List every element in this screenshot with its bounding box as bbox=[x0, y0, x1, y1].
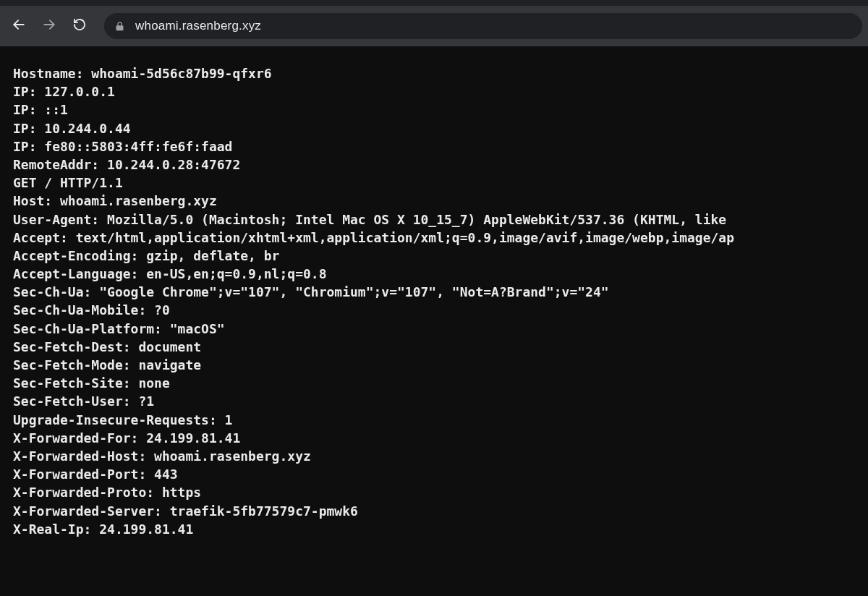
reload-icon bbox=[72, 17, 87, 35]
address-bar[interactable]: whoami.rasenberg.xyz bbox=[104, 13, 862, 39]
browser-toolbar: whoami.rasenberg.xyz bbox=[0, 6, 868, 46]
tab-strip bbox=[0, 0, 868, 6]
arrow-right-icon bbox=[42, 17, 56, 35]
arrow-left-icon bbox=[12, 17, 26, 35]
url-text: whoami.rasenberg.xyz bbox=[135, 19, 261, 33]
response-output: Hostname: whoami-5d56c87b99-qfxr6 IP: 12… bbox=[13, 64, 855, 538]
reload-button[interactable] bbox=[67, 13, 93, 39]
back-button[interactable] bbox=[6, 13, 32, 39]
page-content: Hostname: whoami-5d56c87b99-qfxr6 IP: 12… bbox=[0, 47, 868, 596]
forward-button[interactable] bbox=[36, 13, 62, 39]
lock-icon bbox=[114, 21, 125, 32]
